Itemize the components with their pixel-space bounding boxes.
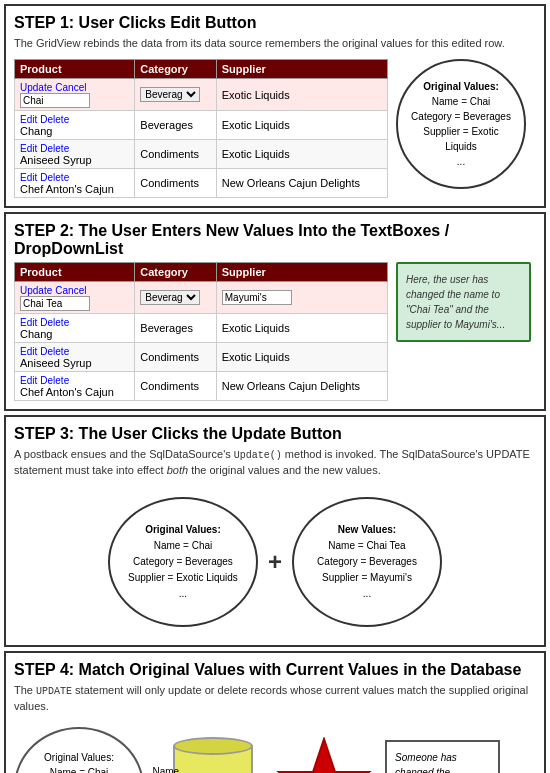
step4-content: Original Values: Name = Chai Category = … [14, 722, 536, 773]
step2-section: STEP 2: The User Enters New Values Into … [4, 212, 546, 411]
svg-marker-0 [279, 739, 369, 773]
step2-note-area: Here, the user has changed the name to "… [396, 262, 536, 342]
step1-desc: The GridView rebinds the data from its d… [14, 36, 536, 51]
row-product: Edit DeleteChef Anton's Cajun [15, 372, 135, 401]
row-category: Beverages [135, 111, 216, 140]
table-row: Update Cancel Beverages [15, 282, 388, 314]
step1-note-area: Original Values: Name = Chai Category = … [396, 59, 536, 189]
step3-new-circle: New Values: Name = Chai Tea Category = B… [292, 497, 442, 627]
table-row: Edit DeleteChef Anton's Cajun Condiments… [15, 169, 388, 198]
product-input-new[interactable] [20, 296, 90, 311]
delete-link[interactable]: Delete [40, 346, 69, 357]
database-cylinder: Name = Chai Category = Condiments Suppli… [168, 737, 263, 773]
delete-link[interactable]: Delete [40, 114, 69, 125]
star-icon: ConcurrencyViolation!! [274, 737, 374, 773]
step1-title: STEP 1: User Clicks Edit Button [14, 14, 536, 32]
row-category: Beverages [135, 314, 216, 343]
step1-original-values-circle: Original Values: Name = Chai Category = … [396, 59, 526, 189]
step2-gridview: Product Category Supplier Update Cancel [14, 262, 388, 401]
cancel-link[interactable]: Cancel [55, 82, 86, 93]
category-select[interactable]: Beverages [140, 87, 200, 102]
step4-section: STEP 4: Match Original Values with Curre… [4, 651, 546, 773]
row-category: Condiments [135, 372, 216, 401]
delete-link[interactable]: Delete [40, 143, 69, 154]
row-category: Condiments [135, 140, 216, 169]
col-header-category: Category [135, 60, 216, 79]
step4-title: STEP 4: Match Original Values with Curre… [14, 661, 536, 679]
edit-link[interactable]: Edit [20, 143, 37, 154]
row-supplier: Exotic Liquids [216, 343, 387, 372]
step3-desc: A postback ensues and the SqlDataSource'… [14, 447, 536, 478]
row-supplier: New Orleans Cajun Delights [216, 372, 387, 401]
circle-content: Original Values: Name = Chai Category = … [128, 522, 238, 602]
col-header-supplier: Supplier [216, 263, 387, 282]
table-row: Update Cancel Beverages Exotic Liquids [15, 79, 388, 111]
step1-section: STEP 1: User Clicks Edit Button The Grid… [4, 4, 546, 208]
table-row: Edit DeleteChang Beverages Exotic Liquid… [15, 314, 388, 343]
step1-content: Product Category Supplier Update Cancel [14, 59, 536, 198]
edit-link[interactable]: Edit [20, 114, 37, 125]
star-svg [274, 737, 374, 773]
row-product: Edit DeleteChang [15, 111, 135, 140]
step3-title: STEP 3: The User Clicks the Update Butto… [14, 425, 536, 443]
cancel-link[interactable]: Cancel [55, 285, 86, 296]
circle-content: New Values: Name = Chai Tea Category = B… [317, 522, 417, 602]
step2-table-area: Product Category Supplier Update Cancel [14, 262, 388, 401]
step1-gridview: Product Category Supplier Update Cancel [14, 59, 388, 198]
row-category: Condiments [135, 169, 216, 198]
supplier-input-new[interactable] [222, 290, 292, 305]
edit-link[interactable]: Edit [20, 375, 37, 386]
table-row: Edit DeleteChang Beverages Exotic Liquid… [15, 111, 388, 140]
row-supplier: Exotic Liquids [216, 314, 387, 343]
update-link[interactable]: Update [20, 82, 52, 93]
col-header-category: Category [135, 263, 216, 282]
step3-section: STEP 3: The User Clicks the Update Butto… [4, 415, 546, 646]
row-product: Edit DeleteChef Anton's Cajun [15, 169, 135, 198]
row-supplier: New Orleans Cajun Delights [216, 169, 387, 198]
step3-original-circle: Original Values: Name = Chai Category = … [108, 497, 258, 627]
step2-title: STEP 2: The User Enters New Values Into … [14, 222, 536, 258]
delete-link[interactable]: Delete [40, 317, 69, 328]
edit-row-category: Beverages [135, 282, 216, 314]
circle-content: Original Values: Name = Chai Category = … [408, 79, 514, 169]
step3-circles: Original Values: Name = Chai Category = … [14, 487, 536, 637]
edit-row-product: Update Cancel [15, 79, 135, 111]
col-header-product: Product [15, 263, 135, 282]
row-supplier: Exotic Liquids [216, 111, 387, 140]
step4-original-circle: Original Values: Name = Chai Category = … [14, 727, 144, 773]
plus-symbol: + [268, 548, 282, 576]
edit-link[interactable]: Edit [20, 172, 37, 183]
table-row: Edit DeleteAniseed Syrup Condiments Exot… [15, 343, 388, 372]
step4-desc: The UPDATE statement will only update or… [14, 683, 536, 714]
edit-link[interactable]: Edit [20, 317, 37, 328]
row-product: Edit DeleteAniseed Syrup [15, 343, 135, 372]
step2-content: Product Category Supplier Update Cancel [14, 262, 536, 401]
row-category: Condiments [135, 343, 216, 372]
edit-link[interactable]: Edit [20, 346, 37, 357]
edit-row-product: Update Cancel [15, 282, 135, 314]
circle-text: Original Values: Name = Chai Category = … [24, 750, 134, 773]
edit-row-supplier: Exotic Liquids [216, 79, 387, 111]
row-product: Edit DeleteAniseed Syrup [15, 140, 135, 169]
edit-row-supplier [216, 282, 387, 314]
row-product: Edit DeleteChang [15, 314, 135, 343]
edit-row-category: Beverages [135, 79, 216, 111]
delete-link[interactable]: Delete [40, 172, 69, 183]
product-input[interactable] [20, 93, 90, 108]
update-link[interactable]: Update [20, 285, 52, 296]
col-header-product: Product [15, 60, 135, 79]
category-select[interactable]: Beverages [140, 290, 200, 305]
delete-link[interactable]: Delete [40, 375, 69, 386]
step2-green-note: Here, the user has changed the name to "… [396, 262, 531, 342]
table-row: Edit DeleteAniseed Syrup Condiments Exot… [15, 140, 388, 169]
concurrency-violation-badge: ConcurrencyViolation!! [269, 732, 379, 773]
table-row: Edit DeleteChef Anton's Cajun Condiments… [15, 372, 388, 401]
step4-italic-note: Someone has changed the Category for thi… [385, 740, 500, 773]
row-supplier: Exotic Liquids [216, 140, 387, 169]
step1-table-area: Product Category Supplier Update Cancel [14, 59, 388, 198]
col-header-supplier: Supplier [216, 60, 387, 79]
